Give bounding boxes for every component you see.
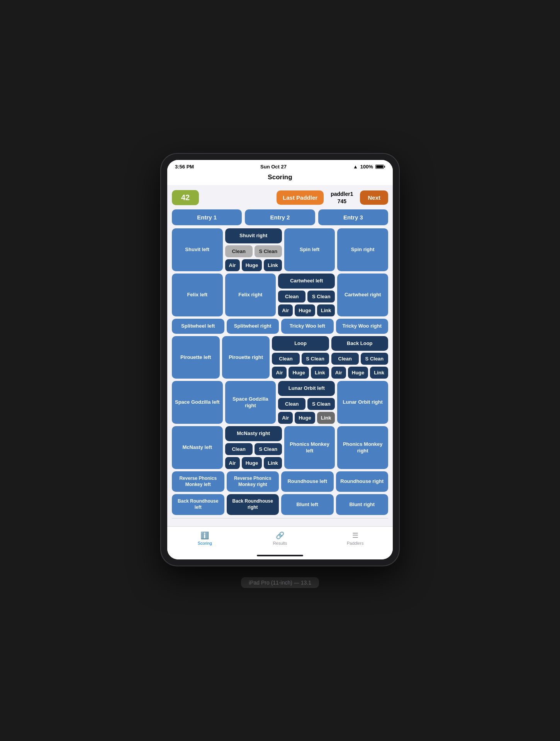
shuvit-sub-quality-row: Clean S Clean xyxy=(225,245,282,257)
lunar-orbit-left-button[interactable]: Lunar Orbit left xyxy=(278,381,335,396)
loop-huge-button[interactable]: Huge xyxy=(288,367,309,379)
back-loop-link-button[interactable]: Link xyxy=(370,367,388,379)
tab-paddlers[interactable]: ☰ Paddlers xyxy=(317,530,393,547)
back-loop-button[interactable]: Back Loop xyxy=(331,336,388,351)
mcnasty-huge-button[interactable]: Huge xyxy=(242,457,262,469)
roundhouse-right-button[interactable]: Roundhouse right xyxy=(336,471,389,492)
back-loop-sclean-button[interactable]: S Clean xyxy=(361,353,388,365)
tricky-woo-right-button[interactable]: Tricky Woo right xyxy=(336,319,389,334)
loop-sclean-button[interactable]: S Clean xyxy=(302,353,329,365)
status-time: 3:56 PM xyxy=(175,164,194,170)
results-icon: 🔗 xyxy=(276,531,284,540)
pirouette-right-button[interactable]: Pirouette right xyxy=(222,336,270,379)
cartwheel-sclean-button[interactable]: S Clean xyxy=(307,291,335,303)
reverse-phonics-right-button[interactable]: Reverse Phonics Monkey right xyxy=(227,471,279,492)
row4: Pirouette left Pirouette right Loop Clea… xyxy=(172,336,388,379)
lunar-orbit-right-button[interactable]: Lunar Orbit right xyxy=(337,381,388,424)
row8: Back Roundhouse left Back Roundhouse rig… xyxy=(172,494,388,515)
last-paddler-button[interactable]: Last Paddler xyxy=(277,190,324,205)
spin-left-button[interactable]: Spin left xyxy=(284,228,335,271)
device-frame: 3:56 PM Sun Oct 27 ▲ 100% Scoring 42 Las… xyxy=(160,153,400,566)
shuvit-right-button[interactable]: Shuvit right xyxy=(225,228,282,243)
space-godzilla-left-button[interactable]: Space Godzilla left xyxy=(172,381,223,424)
back-loop-expanded: Back Loop Clean S Clean Air Huge Link xyxy=(331,336,388,379)
back-loop-quality-row: Clean S Clean xyxy=(331,353,388,365)
loop-air-button[interactable]: Air xyxy=(272,367,287,379)
home-bar xyxy=(257,555,303,556)
phonics-monkey-left-button[interactable]: Phonics Monkey left xyxy=(284,426,335,469)
row6: McNasty left McNasty right Clean S Clean… xyxy=(172,426,388,469)
splitwheel-right-button[interactable]: Splitwheel right xyxy=(227,319,279,334)
next-button[interactable]: Next xyxy=(360,190,388,205)
loop-button[interactable]: Loop xyxy=(272,336,329,351)
cartwheel-air-button[interactable]: Air xyxy=(278,304,293,316)
shuvit-left-button[interactable]: Shuvit left xyxy=(172,228,223,271)
shuvit-link-button[interactable]: Link xyxy=(264,259,282,271)
mcnasty-mod-row: Air Huge Link xyxy=(225,457,282,469)
tab-results[interactable]: 🔗 Results xyxy=(243,530,318,547)
cartwheel-sub-quality-row: Clean S Clean xyxy=(278,291,335,303)
cartwheel-left-button[interactable]: Cartwheel left xyxy=(278,274,335,289)
roundhouse-left-button[interactable]: Roundhouse left xyxy=(281,471,334,492)
mcnasty-right-button[interactable]: McNasty right xyxy=(225,426,282,441)
spin-right-button[interactable]: Spin right xyxy=(337,228,388,271)
row1: Shuvit left Shuvit right Clean S Clean A… xyxy=(172,228,388,271)
loop-expanded: Loop Clean S Clean Air Huge Link xyxy=(272,336,329,379)
paddlers-icon: ☰ xyxy=(352,531,358,540)
phonics-monkey-right-button[interactable]: Phonics Monkey right xyxy=(337,426,388,469)
back-loop-air-button[interactable]: Air xyxy=(331,367,346,379)
loop-quality-row: Clean S Clean xyxy=(272,353,329,365)
top-bar: 42 Last Paddler paddler1 745 Next xyxy=(172,190,388,205)
bottom-divider xyxy=(172,518,388,518)
lunar-air-button[interactable]: Air xyxy=(278,412,293,424)
mcnasty-clean-button[interactable]: Clean xyxy=(225,443,253,455)
shuvit-air-button[interactable]: Air xyxy=(225,259,240,271)
reverse-phonics-left-button[interactable]: Reverse Phonics Monkey left xyxy=(172,471,224,492)
cartwheel-clean-button[interactable]: Clean xyxy=(278,291,305,303)
tab-results-label: Results xyxy=(273,541,287,546)
back-roundhouse-left-button[interactable]: Back Roundhouse left xyxy=(172,494,224,515)
tab-scoring-label: Scoring xyxy=(198,541,212,546)
felix-left-button[interactable]: Felix left xyxy=(172,274,223,316)
app-content: 42 Last Paddler paddler1 745 Next Entry … xyxy=(167,185,393,526)
status-bar: 3:56 PM Sun Oct 27 ▲ 100% xyxy=(167,160,393,172)
mcnasty-quality-row: Clean S Clean xyxy=(225,443,282,455)
space-godzilla-right-button[interactable]: Space Godzilla right xyxy=(225,381,276,424)
mcnasty-link-button[interactable]: Link xyxy=(264,457,282,469)
entry-row: Entry 1 Entry 2 Entry 3 xyxy=(172,209,388,225)
tab-paddlers-label: Paddlers xyxy=(347,541,363,546)
blunt-left-button[interactable]: Blunt left xyxy=(281,494,334,515)
shuvit-sclean-button[interactable]: S Clean xyxy=(255,245,282,257)
splitwheel-left-button[interactable]: Splitwheel left xyxy=(172,319,224,334)
row2: Felix left Felix right Cartwheel left Cl… xyxy=(172,274,388,316)
entry-2-button[interactable]: Entry 2 xyxy=(245,209,315,225)
entry-1-button[interactable]: Entry 1 xyxy=(172,209,242,225)
cartwheel-huge-button[interactable]: Huge xyxy=(295,304,315,316)
loop-mod-row: Air Huge Link xyxy=(272,367,329,379)
lunar-huge-button[interactable]: Huge xyxy=(295,412,315,424)
row5: Space Godzilla left Space Godzilla right… xyxy=(172,381,388,424)
wifi-icon: ▲ xyxy=(353,164,358,170)
entry-3-button[interactable]: Entry 3 xyxy=(318,209,388,225)
loop-clean-button[interactable]: Clean xyxy=(272,353,299,365)
cartwheel-link-button[interactable]: Link xyxy=(317,304,335,316)
status-right: ▲ 100% xyxy=(353,164,385,170)
shuvit-huge-button[interactable]: Huge xyxy=(242,259,262,271)
lunar-sclean-button[interactable]: S Clean xyxy=(307,398,335,410)
back-roundhouse-right-button[interactable]: Back Roundhouse right xyxy=(227,494,279,515)
mcnasty-sclean-button[interactable]: S Clean xyxy=(255,443,282,455)
pirouette-left-button[interactable]: Pirouette left xyxy=(172,336,220,379)
tab-scoring[interactable]: ℹ️ Scoring xyxy=(167,530,243,547)
mcnasty-air-button[interactable]: Air xyxy=(225,457,240,469)
felix-right-button[interactable]: Felix right xyxy=(225,274,276,316)
mcnasty-left-button[interactable]: McNasty left xyxy=(172,426,223,469)
shuvit-clean-button[interactable]: Clean xyxy=(225,245,253,257)
tricky-woo-left-button[interactable]: Tricky Woo left xyxy=(281,319,334,334)
cartwheel-right-button[interactable]: Cartwheel right xyxy=(337,274,388,316)
back-loop-clean-button[interactable]: Clean xyxy=(331,353,359,365)
loop-link-button[interactable]: Link xyxy=(311,367,329,379)
lunar-link-button[interactable]: Link xyxy=(317,412,335,424)
back-loop-huge-button[interactable]: Huge xyxy=(348,367,368,379)
blunt-right-button[interactable]: Blunt right xyxy=(336,494,389,515)
lunar-clean-button[interactable]: Clean xyxy=(278,398,305,410)
